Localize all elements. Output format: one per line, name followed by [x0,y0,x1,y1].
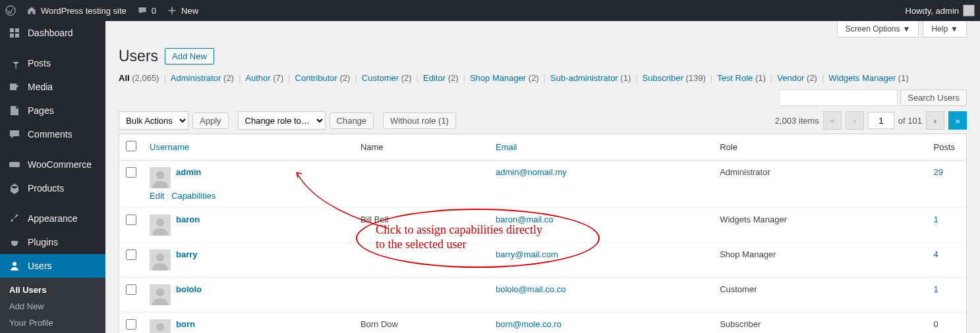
help-button[interactable]: Help ▼ [923,21,967,38]
apply-button[interactable]: Apply [192,113,229,129]
col-username[interactable]: Username [143,134,354,161]
row-checkbox[interactable] [126,167,136,178]
username-link[interactable]: bololo [176,284,202,294]
col-email[interactable]: Email [489,134,713,161]
filter-test-role[interactable]: Test Role [717,73,753,83]
bulk-actions-select[interactable]: Bulk Actions [119,111,188,130]
filter-author[interactable]: Author [245,73,270,83]
sidebar-item-plugins[interactable]: Plugins [0,230,105,254]
email-link[interactable]: bololo@mail.co.co [496,284,565,294]
svg-point-6 [156,218,164,226]
sidebar-item-woocommerce[interactable]: WooCommerce [0,153,105,176]
filter-shop-manager[interactable]: Shop Manager [470,73,526,83]
username-link[interactable]: admin [176,167,201,177]
submenu-add-new[interactable]: Add New [0,298,105,315]
filter-contributor[interactable]: Contributor [295,73,337,83]
username-link[interactable]: barry [176,249,198,259]
admin-sidebar: DashboardPostsMediaPagesCommentsWooComme… [0,21,105,333]
posts-link[interactable]: 4 [934,249,938,259]
filter-vendor[interactable]: Vendor [777,73,804,83]
col-name: Name [354,134,489,161]
search-input[interactable] [779,90,898,106]
svg-point-4 [156,171,164,179]
items-count: 2,003 items [775,116,819,126]
sidebar-item-comments[interactable]: Comments [0,122,105,146]
row-checkbox[interactable] [126,319,136,330]
filter-all[interactable]: All [119,73,130,83]
col-role: Role [713,134,927,161]
without-role-button[interactable]: Without role (1) [383,113,456,129]
screen-options-button[interactable]: Screen Options ▼ [837,21,919,38]
wp-logo[interactable] [5,5,16,16]
product-icon [8,182,21,195]
select-all-checkbox[interactable] [126,141,136,151]
change-role-select[interactable]: Change role to… [238,111,326,130]
posts-link[interactable]: 1 [934,215,938,224]
submenu-all-users[interactable]: All Users [0,282,105,298]
row-checkbox[interactable] [126,284,136,295]
filter-widgets-manager[interactable]: Widgets Manager [828,73,896,83]
table-row: bololobololo@mail.co.coCustomer1 [119,278,967,313]
svg-rect-1 [9,162,20,167]
comments-link[interactable]: 0 [137,5,156,16]
sidebar-item-appearance[interactable]: Appearance [0,207,105,230]
filter-subscriber[interactable]: Subscriber [643,73,683,83]
next-page-button[interactable]: › [926,111,944,130]
search-button[interactable]: Search Users [900,90,967,106]
avatar [150,167,171,188]
sidebar-item-dashboard[interactable]: Dashboard [0,21,105,45]
role-cell: Subscriber [713,313,927,334]
prev-page-button[interactable]: ‹ [846,111,864,130]
filter-administrator[interactable]: Administrator [171,73,221,83]
new-link[interactable]: New [167,5,198,16]
table-row: bornBorn Dowborn@mole.co.roSubscriber0 [119,313,967,334]
role-cell: Administrator [713,161,927,208]
account-link[interactable]: Howdy, admin [906,5,975,16]
username-link[interactable]: baron [176,215,200,224]
email-link[interactable]: barry@mail.com [496,249,558,259]
svg-point-12 [156,323,164,331]
change-button[interactable]: Change [330,113,374,129]
user-icon [8,259,21,272]
wordpress-icon [5,5,16,16]
posts-link[interactable]: 1 [934,284,938,294]
current-page-input[interactable] [868,112,894,129]
site-link[interactable]: WordPress testing site [26,5,127,16]
edit-link[interactable]: Edit [150,191,164,201]
email-link[interactable]: baron@mail.co [496,215,554,224]
users-table: Username Name Email Role Posts adminEdit… [119,134,967,333]
sidebar-item-pages[interactable]: Pages [0,99,105,122]
table-row: baronBill Bellbaron@mail.coWidgets Manag… [119,208,967,243]
submenu-your-profile[interactable]: Your Profile [0,315,105,331]
first-page-button[interactable]: « [823,111,842,130]
sidebar-item-users[interactable]: Users [0,254,105,278]
role-cell: Shop Manager [713,243,927,278]
posts-link[interactable]: 29 [934,167,943,177]
avatar [150,284,171,305]
svg-point-2 [13,262,16,266]
name-cell [354,278,489,313]
avatar [150,215,171,236]
comment-icon [8,128,21,141]
avatar [963,5,975,16]
email-link[interactable]: born@mole.co.ro [496,319,562,329]
page-title: Users [119,47,158,65]
filter-customer[interactable]: Customer [362,73,399,83]
sidebar-item-products[interactable]: Products [0,176,105,200]
total-pages: of 101 [898,116,922,126]
sidebar-item-posts[interactable]: Posts [0,51,105,75]
sidebar-item-media[interactable]: Media [0,75,105,99]
row-checkbox[interactable] [126,249,136,260]
email-link[interactable]: admin@nomail.my [496,167,567,177]
new-label: New [181,6,198,16]
username-link[interactable]: born [176,319,195,329]
add-new-button[interactable]: Add New [165,48,214,64]
row-checkbox[interactable] [126,215,136,225]
capabilities-link[interactable]: Capabilities [171,191,216,201]
filter-sub-administrator[interactable]: Sub-administrator [550,73,618,83]
filter-editor[interactable]: Editor [423,73,446,83]
last-page-button[interactable]: » [948,111,967,130]
name-cell [354,161,489,208]
chevron-down-icon: ▼ [950,24,958,34]
chevron-down-icon: ▼ [903,24,911,34]
